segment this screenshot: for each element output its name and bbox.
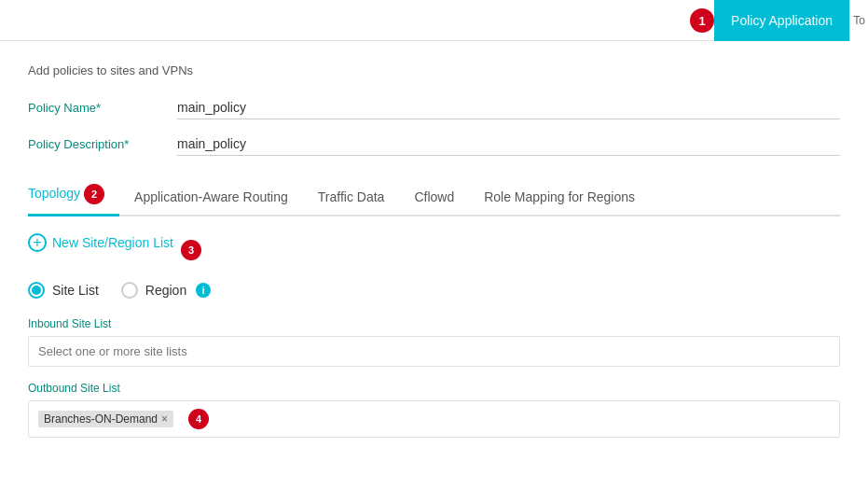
plus-circle-icon: + [28, 233, 47, 252]
page-subtitle: Add policies to sites and VPNs [28, 63, 840, 77]
radio-region[interactable]: Region i [121, 282, 211, 299]
policy-description-input[interactable] [177, 133, 840, 156]
policy-description-label: Policy Description* [28, 137, 177, 151]
tab-cflowd[interactable]: Cflowd [399, 180, 469, 217]
tab-topology-badge: 2 [84, 184, 104, 204]
step-1-badge: 1 [690, 8, 714, 33]
tab-role-mapping[interactable]: Role Mapping for Regions [469, 180, 650, 217]
outbound-site-list-label: Outbound Site List [28, 382, 840, 395]
tabs-container: Topology2 Application-Aware Routing Traf… [28, 175, 840, 217]
region-info-icon[interactable]: i [196, 283, 211, 298]
radio-site-list-circle [28, 282, 45, 299]
step-4-badge: 4 [188, 409, 209, 429]
policy-name-label: Policy Name* [28, 101, 177, 115]
main-content: Add policies to sites and VPNs Policy Na… [0, 41, 868, 484]
outbound-tag-branches: Branches-ON-Demand × [38, 411, 173, 427]
new-site-region-list-button[interactable]: + New Site/Region List [28, 233, 173, 252]
policy-application-button[interactable]: Policy Application [714, 0, 849, 41]
step-3-badge: 3 [181, 240, 201, 260]
extra-tab[interactable]: To [849, 0, 868, 41]
radio-site-list[interactable]: Site List [28, 282, 99, 299]
tab-traffic-data[interactable]: Traffic Data [303, 180, 400, 217]
inbound-site-list-label: Inbound Site List [28, 317, 840, 330]
policy-name-row: Policy Name* [28, 96, 840, 119]
policy-name-input[interactable] [177, 96, 840, 119]
outbound-tag-label: Branches-ON-Demand [44, 412, 158, 426]
radio-site-list-label: Site List [52, 283, 99, 298]
site-type-radio-group: Site List Region i [28, 282, 840, 299]
outbound-site-list-input[interactable]: Branches-ON-Demand × 4 [28, 400, 840, 438]
radio-region-circle [121, 282, 138, 299]
policy-description-row: Policy Description* [28, 133, 840, 156]
outbound-tag-close[interactable]: × [161, 413, 168, 425]
inbound-site-list-input[interactable] [28, 336, 840, 367]
top-bar-right: 1 Policy Application To [714, 0, 868, 41]
radio-region-label: Region [145, 283, 186, 298]
inbound-site-list-section: Inbound Site List [28, 317, 840, 367]
top-bar: 1 Policy Application To [0, 0, 868, 41]
outbound-site-list-section: Outbound Site List Branches-ON-Demand × … [28, 382, 840, 438]
tab-topology[interactable]: Topology2 [28, 175, 119, 217]
tab-application-aware-routing[interactable]: Application-Aware Routing [119, 180, 303, 217]
topology-tab-content: + New Site/Region List 3 Site List Regio… [28, 217, 840, 469]
